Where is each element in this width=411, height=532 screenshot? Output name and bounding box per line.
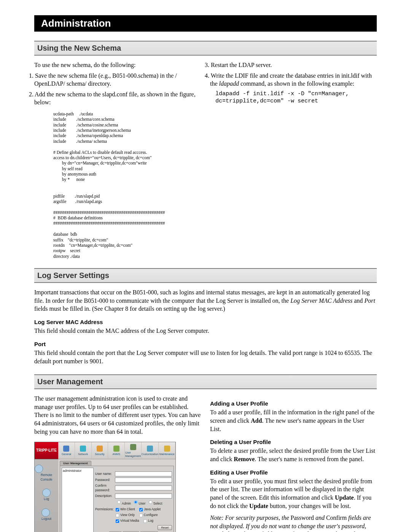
menu-general[interactable]: General: [58, 442, 75, 459]
logserver-intro: Important transactions that occur on the…: [34, 288, 377, 313]
ck-configure[interactable]: Configure: [139, 513, 158, 517]
section-logserver-head: Log Server Settings: [34, 268, 377, 283]
p-edit-user: To edit a user profile, you must first s…: [210, 477, 377, 510]
users-icon: [130, 444, 136, 450]
log-icon: [42, 489, 51, 497]
wrench-icon: [164, 446, 170, 452]
menu-security[interactable]: Security: [92, 442, 108, 459]
schema-step-1: 1. Save the new schema file (e.g., B051-…: [34, 72, 201, 88]
sidebar-item-remote[interactable]: Remote Console: [35, 465, 58, 482]
section-schema-head: Using the New Schema: [34, 41, 377, 56]
lbl-password: Password:: [95, 478, 115, 482]
note-security: Note: For security purposes, the Passwor…: [210, 514, 377, 532]
gear-icon: [63, 446, 69, 452]
input-password[interactable]: [115, 478, 172, 482]
h-del-user: Deleting a User Profile: [210, 438, 377, 446]
leaf-icon: [113, 446, 119, 452]
lbl-description: Description:: [95, 494, 115, 498]
role-radios: Admin User Select: [115, 500, 172, 506]
lbl-permissions: Permissions:: [95, 507, 115, 511]
tab-user-management[interactable]: User Management: [60, 461, 91, 466]
lbl-confirm: Confirm password:: [95, 484, 115, 492]
ldapadd-code-2: dc=tripplite,dc=com" -w secret: [215, 97, 377, 105]
p-mac: This field should contain the MAC addres…: [34, 327, 377, 335]
ck-virtual-media[interactable]: Virtual Media: [115, 519, 139, 522]
section-usermgmt-head: User Management: [34, 374, 377, 389]
radio-user[interactable]: User: [132, 502, 145, 505]
top-menu: General Network Security ANMS User Manag…: [58, 442, 175, 459]
menu-maintenance[interactable]: Maintenance: [159, 442, 175, 459]
slapd-conf-sample: ucdata-path ./ucdata include ./schema/co…: [53, 111, 201, 259]
p-port: This field should contain the port that …: [34, 349, 377, 365]
menu-network[interactable]: Network: [75, 442, 92, 459]
screenshot-user-management: TRIPP·LITE General Network Security ANMS…: [34, 442, 176, 532]
monitor-icon: [35, 465, 43, 473]
input-description[interactable]: [115, 494, 172, 498]
menu-user-management[interactable]: User Management: [125, 442, 142, 459]
user-list[interactable]: administrator: [62, 468, 94, 532]
ck-winclient[interactable]: Win Client: [115, 507, 135, 511]
schema-step-4: 4. Write the LDIF file and create the da…: [210, 72, 377, 88]
ck-view-only[interactable]: View Only: [115, 513, 135, 517]
sidebar: Remote Console Log Logout: [35, 459, 58, 532]
lock-icon: [97, 446, 103, 452]
input-username[interactable]: [115, 471, 172, 476]
h-mac: Log Server MAC Address: [34, 318, 377, 326]
radio-admin[interactable]: Admin: [115, 502, 131, 505]
logo: TRIPP·LITE: [35, 442, 58, 459]
ck-log[interactable]: Log: [143, 519, 153, 522]
tools-icon: [147, 446, 153, 452]
input-confirm[interactable]: [115, 486, 172, 490]
menu-customization[interactable]: Customization: [142, 442, 159, 459]
network-icon: [80, 446, 86, 452]
lbl-username: User name:: [95, 472, 115, 476]
ldapadd-code-1: ldapadd -f init.ldif -x -D "cn=Manager,: [215, 90, 377, 98]
page-banner: Administration: [34, 15, 377, 32]
ck-java-applet[interactable]: Java Applet: [139, 507, 161, 511]
schema-step-2: 2. Add the new schema to the slapd.conf …: [34, 90, 201, 107]
sidebar-item-log[interactable]: Log: [42, 489, 51, 501]
menu-anms[interactable]: ANMS: [108, 442, 125, 459]
h-port: Port: [34, 340, 377, 348]
logout-icon: [41, 508, 50, 517]
h-edit-user: Editing a User Profile: [210, 469, 377, 476]
radio-select[interactable]: Select: [147, 502, 162, 505]
schema-intro: To use the new schema, do the following:: [34, 61, 201, 69]
p-add-user: To add a user profile, fill in the infor…: [210, 408, 377, 433]
btn-reset[interactable]: Reset: [158, 525, 172, 530]
sidebar-item-logout[interactable]: Logout: [41, 508, 51, 521]
schema-step-3: 3. Restart the LDAP server.: [210, 61, 377, 69]
usermgmt-intro: The user management administration icon …: [34, 395, 201, 436]
h-add-user: Adding a User Profile: [210, 400, 377, 407]
p-del-user: To delete a user profile, select the des…: [210, 447, 377, 463]
